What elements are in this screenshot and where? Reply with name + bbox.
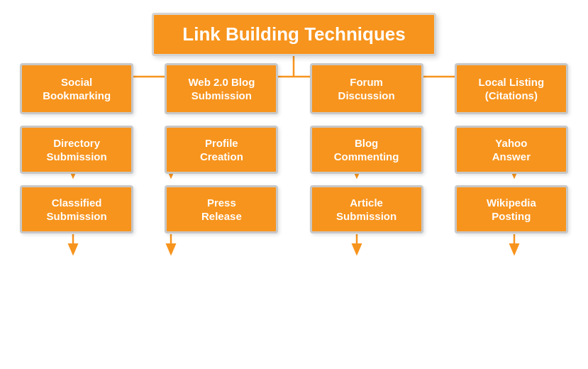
node-blog-commenting: BlogCommenting [310,126,423,174]
node-yahoo-answer: YahooAnswer [455,126,568,174]
node-social-bookmarking: SocialBookmarking [20,63,133,114]
column-4: Local Listing(Citations) YahooAnswer Wik… [445,63,577,233]
root-node: Link Building Techniques [152,13,436,56]
node-wikipedia-posting: WikipediaPosting [455,185,568,233]
node-article-submission: ArticleSubmission [310,185,423,233]
node-local-listing: Local Listing(Citations) [455,63,568,114]
diagram: Link Building Techniques SocialBookmarki… [0,0,588,369]
node-press-release: PressRelease [165,185,278,233]
column-2: Web 2.0 BlogSubmission ProfileCreation P… [156,63,287,233]
node-forum-discussion: ForumDiscussion [310,63,423,114]
node-web20-blog: Web 2.0 BlogSubmission [165,63,278,114]
column-3: ForumDiscussion BlogCommenting ArticleSu… [301,63,432,233]
columns-container: SocialBookmarking DirectorySubmission Cl… [7,63,581,233]
column-1: SocialBookmarking DirectorySubmission Cl… [11,63,143,233]
node-classified-submission: ClassifiedSubmission [20,185,133,233]
node-profile-creation: ProfileCreation [165,126,278,174]
root-label: Link Building Techniques [182,23,405,45]
node-directory-submission: DirectorySubmission [20,126,133,174]
